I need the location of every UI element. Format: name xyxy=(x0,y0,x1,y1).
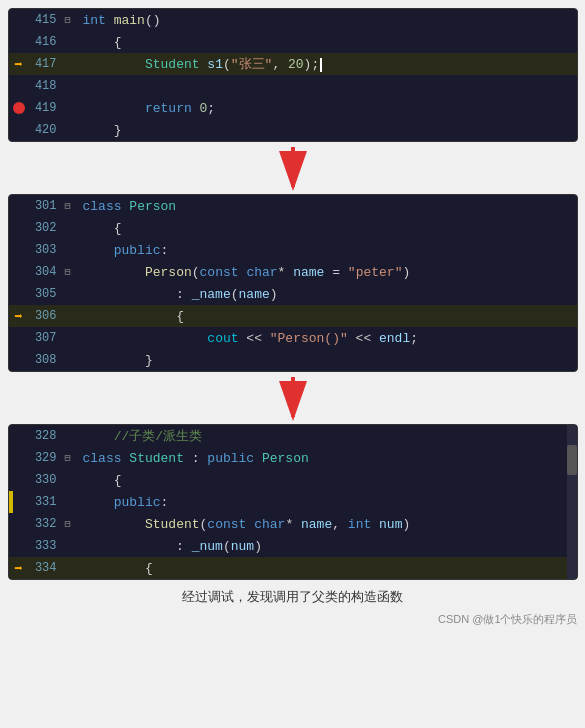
code-line-301: 301 ⊟ class Person xyxy=(9,195,577,217)
code-line-302: 302 { xyxy=(9,217,577,239)
linenum-416: 416 xyxy=(29,35,65,49)
code-line-303: 303 public: xyxy=(9,239,577,261)
linenum-419: 419 xyxy=(29,101,65,115)
linenum-308: 308 xyxy=(29,353,65,367)
code-line-332: 332 ⊟ Student(const char* name, int num) xyxy=(9,513,577,535)
linecontent-328: //子类/派生类 xyxy=(79,427,577,445)
indicator-334: ➡ xyxy=(9,557,29,579)
scrollbar-track xyxy=(567,425,577,579)
linecontent-329: class Student : public Person xyxy=(79,451,577,466)
code-line-306: ➡ 306 { xyxy=(9,305,577,327)
linenum-415: 415 xyxy=(29,13,65,27)
indicator-416 xyxy=(9,31,29,53)
linecontent-417: Student s1("张三", 20); xyxy=(79,55,577,73)
code-line-420: 420 } xyxy=(9,119,577,141)
linenum-418: 418 xyxy=(29,79,65,93)
linenum-307: 307 xyxy=(29,331,65,345)
code-line-328: 328 //子类/派生类 xyxy=(9,425,577,447)
linenum-334: 334 xyxy=(29,561,65,575)
code-panel-2: 301 ⊟ class Person 302 { 303 public: 304… xyxy=(8,194,578,372)
indicator-306: ➡ xyxy=(9,305,29,327)
csdn-credit: CSDN @做1个快乐的程序员 xyxy=(8,612,578,627)
linecontent-420: } xyxy=(79,123,577,138)
code-line-305: 305 : _name(name) xyxy=(9,283,577,305)
collapse-332[interactable]: ⊟ xyxy=(65,518,79,530)
linenum-301: 301 xyxy=(29,199,65,213)
linenum-328: 328 xyxy=(29,429,65,443)
linecontent-331: public: xyxy=(79,495,577,510)
linecontent-415: int main() xyxy=(79,13,577,28)
arrow-connector-2 xyxy=(263,372,323,424)
indicator-333 xyxy=(9,535,29,557)
linenum-420: 420 xyxy=(29,123,65,137)
code-line-417: ➡ 417 Student s1("张三", 20); xyxy=(9,53,577,75)
linenum-332: 332 xyxy=(29,517,65,531)
linecontent-419: return 0; xyxy=(79,101,577,116)
collapse-415[interactable]: ⊟ xyxy=(65,14,79,26)
code-line-418: 418 xyxy=(9,75,577,97)
caption: 经过调试，发现调用了父类的构造函数 xyxy=(182,588,403,606)
indicator-330 xyxy=(9,469,29,491)
linenum-329: 329 xyxy=(29,451,65,465)
linecontent-302: { xyxy=(79,221,577,236)
collapse-301[interactable]: ⊟ xyxy=(65,200,79,212)
linenum-303: 303 xyxy=(29,243,65,257)
linenum-333: 333 xyxy=(29,539,65,553)
indicator-304 xyxy=(9,261,29,283)
linenum-417: 417 xyxy=(29,57,65,71)
indicator-307 xyxy=(9,327,29,349)
arrow-connector-1 xyxy=(263,142,323,194)
code-line-416: 416 { xyxy=(9,31,577,53)
arrow-svg-2 xyxy=(263,373,323,423)
code-line-308: 308 } xyxy=(9,349,577,371)
indicator-305 xyxy=(9,283,29,305)
collapse-304[interactable]: ⊟ xyxy=(65,266,79,278)
code-line-307: 307 cout << "Person()" << endl; xyxy=(9,327,577,349)
linenum-305: 305 xyxy=(29,287,65,301)
indicator-418 xyxy=(9,75,29,97)
indicator-332 xyxy=(9,513,29,535)
indicator-420 xyxy=(9,119,29,141)
indicator-329 xyxy=(9,447,29,469)
linecontent-416: { xyxy=(79,35,577,50)
linecontent-301: class Person xyxy=(79,199,577,214)
code-line-331: 331 public: xyxy=(9,491,577,513)
indicator-301 xyxy=(9,195,29,217)
linecontent-332: Student(const char* name, int num) xyxy=(79,517,577,532)
linecontent-307: cout << "Person()" << endl; xyxy=(79,331,577,346)
collapse-329[interactable]: ⊟ xyxy=(65,452,79,464)
linenum-330: 330 xyxy=(29,473,65,487)
code-line-334: ➡ 334 { xyxy=(9,557,577,579)
scrollbar-thumb[interactable] xyxy=(567,445,577,475)
indicator-415 xyxy=(9,9,29,31)
linecontent-330: { xyxy=(79,473,577,488)
linenum-304: 304 xyxy=(29,265,65,279)
code-line-333: 333 : _num(num) xyxy=(9,535,577,557)
indicator-308 xyxy=(9,349,29,371)
linecontent-304: Person(const char* name = "peter") xyxy=(79,265,577,280)
indicator-302 xyxy=(9,217,29,239)
code-line-415: 415 ⊟ int main() xyxy=(9,9,577,31)
linecontent-306: { xyxy=(79,309,577,324)
indicator-419 xyxy=(9,97,29,119)
code-panel-1: 415 ⊟ int main() 416 { ➡ 417 Student s1(… xyxy=(8,8,578,142)
code-line-304: 304 ⊟ Person(const char* name = "peter") xyxy=(9,261,577,283)
linenum-302: 302 xyxy=(29,221,65,235)
code-line-330: 330 { xyxy=(9,469,577,491)
code-line-419: 419 return 0; xyxy=(9,97,577,119)
linecontent-305: : _name(name) xyxy=(79,287,577,302)
indicator-303 xyxy=(9,239,29,261)
code-panel-3: 328 //子类/派生类 329 ⊟ class Student : publi… xyxy=(8,424,578,580)
linecontent-303: public: xyxy=(79,243,577,258)
indicator-417: ➡ xyxy=(9,53,29,75)
linenum-306: 306 xyxy=(29,309,65,323)
arrow-svg-1 xyxy=(263,143,323,193)
code-line-329: 329 ⊟ class Student : public Person xyxy=(9,447,577,469)
main-container: 415 ⊟ int main() 416 { ➡ 417 Student s1(… xyxy=(0,0,585,639)
linenum-331: 331 xyxy=(29,495,65,509)
linecontent-334: { xyxy=(79,561,577,576)
linecontent-308: } xyxy=(79,353,577,368)
linecontent-333: : _num(num) xyxy=(79,539,577,554)
indicator-328 xyxy=(9,425,29,447)
yellow-strip-331 xyxy=(9,491,13,513)
